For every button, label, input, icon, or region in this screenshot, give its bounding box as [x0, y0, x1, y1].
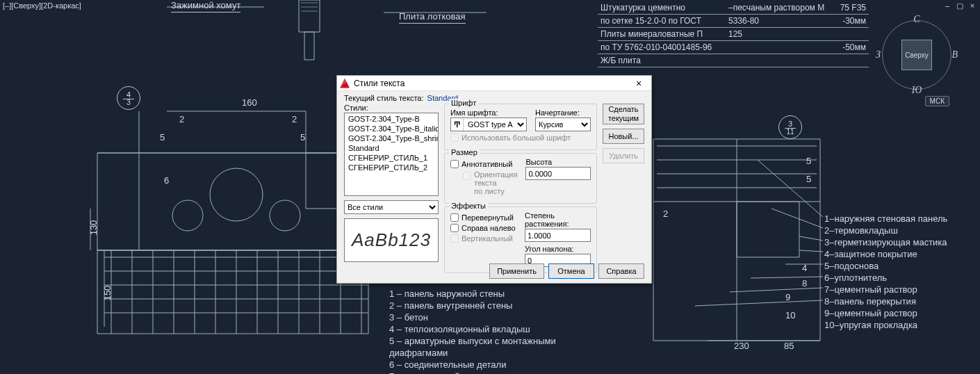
apply-button[interactable]: Применить — [489, 263, 544, 279]
list-item: 7 – несгораемый утеплитель — [389, 371, 556, 374]
viewcube-north[interactable]: С — [913, 14, 920, 25]
list-item: 2–термовкладыш — [824, 225, 947, 236]
window-minimize-button[interactable]: – — [942, 1, 952, 10]
dialog-footer: Применить Отмена Справка — [489, 263, 644, 279]
svg-line-25 — [751, 277, 823, 278]
table-cell: -50мм — [824, 42, 866, 52]
cancel-button[interactable]: Отмена — [548, 263, 594, 279]
section-bubble-right: 3 11 — [778, 115, 802, 139]
close-icon[interactable]: × — [629, 76, 648, 90]
group-title: Шрифт — [449, 99, 478, 107]
list-item: 5 – арматурные выпуски с монтажными — [389, 335, 556, 347]
checkbox-label: Ориентация текста по листу — [474, 170, 517, 195]
table-cell — [728, 42, 812, 52]
styles-list[interactable]: GOST-2.304_Type-B GOST-2.304_Type-B_ital… — [344, 113, 439, 196]
table-cell: -30мм — [824, 16, 866, 26]
viewcube[interactable]: Сверху С Ю В З — [879, 17, 955, 93]
window-controls: – ▢ × — [942, 1, 977, 10]
font-style-label: Начертание: — [535, 108, 591, 117]
svg-point-12 — [270, 200, 300, 231]
list-item[interactable]: GOST-2.304_Type-B_shrink — [345, 133, 437, 143]
bubble-num: 4 — [126, 90, 131, 99]
upsidedown-checkbox[interactable]: Перевернутый — [450, 213, 516, 222]
font-name-label: Имя шрифта: — [450, 108, 527, 117]
list-item[interactable]: СГЕНЕРИР_СТИЛЬ_1 — [345, 153, 437, 163]
height-input[interactable] — [525, 167, 591, 180]
callouts-right: 1–наружняя стеновая панель 2–термовклады… — [824, 213, 947, 331]
checkbox-label: Справа налево — [462, 224, 516, 232]
svg-line-20 — [758, 160, 823, 217]
svg-point-11 — [172, 200, 203, 231]
truetype-icon: Ͳ — [451, 118, 464, 131]
list-item: 1 – панель наружной стены — [389, 288, 556, 300]
list-item[interactable]: Standard — [345, 143, 437, 153]
set-current-button[interactable]: Сделать текущим — [603, 104, 644, 124]
dim-r2: 2 — [663, 209, 668, 219]
bubble-den: 11 — [785, 128, 796, 136]
dim-6: 6 — [164, 175, 169, 186]
checkbox-label: Аннотативный — [462, 160, 512, 168]
table-row: Плиты минераловатные П125 — [598, 28, 869, 41]
table-cell: 125 — [728, 29, 812, 39]
dialog-titlebar[interactable]: Стили текста × — [337, 76, 651, 91]
styles-label: Стили: — [344, 104, 439, 112]
svg-rect-5 — [304, 32, 314, 60]
rtl-checkbox[interactable]: Справа налево — [450, 224, 516, 232]
text-style-dialog: Стили текста × Текущий стиль текста: Sta… — [336, 75, 652, 284]
current-style-row: Текущий стиль текста: Standard — [344, 94, 644, 102]
dim-160: 160 — [242, 97, 257, 108]
table-row: Штукатурка цементно–песчаным раствором М… — [598, 1, 869, 15]
dim-r230: 230 — [734, 341, 749, 351]
annotative-checkbox[interactable]: Аннотативный — [450, 160, 517, 168]
font-style-select[interactable]: Курсив — [535, 117, 591, 131]
list-item: 9–цементный раствор — [824, 307, 947, 319]
list-item[interactable]: GOST-2.304_Type-B_italic — [345, 124, 437, 133]
viewport-label[interactable]: [–][Сверху][2D-каркас] — [3, 1, 81, 10]
group-title: Эффекты — [449, 202, 488, 210]
wcs-badge[interactable]: МСК — [925, 96, 949, 106]
dim-r4: 4 — [802, 263, 807, 273]
viewcube-ring — [882, 20, 952, 90]
height-label: Высота — [525, 158, 591, 166]
list-item: 10–упругая прокладка — [824, 319, 947, 331]
table-row: по ТУ 5762-010-04001485-96-50мм — [598, 41, 869, 54]
viewcube-south[interactable]: Ю — [912, 85, 922, 96]
orient-checkbox: Ориентация текста по листу — [463, 170, 517, 195]
callouts-left: 1 – панель наружной стены 2 – панель вну… — [389, 288, 556, 374]
list-item: 2 – панель внутренней стены — [389, 300, 556, 311]
svg-rect-1 — [299, 0, 320, 32]
viewcube-east[interactable]: В — [952, 49, 958, 60]
current-style-label: Текущий стиль текста: — [344, 94, 424, 102]
app-logo-icon — [340, 79, 350, 88]
style-filter-select[interactable]: Все стили — [344, 200, 439, 214]
table-cell: 5336-80 — [728, 16, 812, 26]
list-item: 4–защитное покрытие — [824, 248, 947, 260]
help-button[interactable]: Справка — [598, 263, 644, 279]
big-font-checkbox: Использовать большой шрифт — [450, 133, 591, 142]
table-cell — [728, 56, 812, 65]
new-style-button[interactable]: Новый... — [603, 129, 644, 144]
dim-2b: 2 — [292, 114, 297, 124]
dim-5a: 5 — [160, 132, 165, 143]
svg-line-21 — [771, 209, 823, 228]
svg-line-22 — [799, 236, 823, 241]
dim-r10: 10 — [785, 310, 795, 320]
window-maximize-button[interactable]: ▢ — [955, 1, 965, 10]
table-cell — [824, 56, 866, 65]
list-item[interactable]: СГЕНЕРИР_СТИЛЬ_2 — [345, 163, 437, 172]
table-cell: по ТУ 5762-010-04001485-96 — [601, 42, 716, 52]
svg-line-26 — [730, 288, 823, 292]
window-close-button[interactable]: × — [967, 1, 977, 10]
checkbox-label: Вертикальный — [462, 234, 513, 243]
list-item: 8–панель перекрытия — [824, 295, 947, 307]
group-title: Размер — [449, 148, 480, 156]
font-name-select[interactable]: Ͳ GOST type A — [450, 117, 527, 131]
dim-r5b: 5 — [806, 174, 811, 184]
dim-r85: 85 — [784, 341, 794, 351]
table-row: по сетке 15-2.0-0 по ГОСТ5336-80-30мм — [598, 15, 869, 28]
width-factor-input[interactable] — [525, 229, 591, 242]
list-item[interactable]: GOST-2.304_Type-B — [345, 114, 437, 124]
drawing-label-tray-plate: Плита лотковая — [399, 11, 466, 24]
viewcube-west[interactable]: З — [876, 49, 881, 60]
dialog-title: Стили текста — [354, 79, 629, 88]
